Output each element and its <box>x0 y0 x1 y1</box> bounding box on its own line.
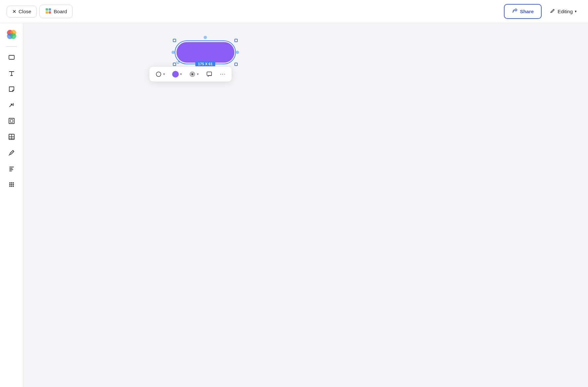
svg-rect-24 <box>207 72 212 76</box>
more-icon: ··· <box>220 71 226 78</box>
more-options-button[interactable]: ··· <box>217 69 229 80</box>
edge-handle-right[interactable] <box>236 51 239 54</box>
stroke-weight-icon <box>189 71 196 78</box>
share-label: Share <box>520 9 534 14</box>
handle-top-right[interactable] <box>234 39 238 42</box>
top-bar-right: Share Editing ▾ <box>504 4 581 19</box>
handle-bottom-right[interactable] <box>234 63 238 66</box>
svg-point-7 <box>10 33 16 39</box>
sidebar-tool-sticky[interactable] <box>4 82 19 96</box>
svg-rect-0 <box>46 8 48 11</box>
sidebar <box>0 23 23 387</box>
svg-point-16 <box>11 184 12 185</box>
stroke-weight-button[interactable]: ▾ <box>186 69 202 80</box>
svg-rect-1 <box>49 8 51 11</box>
svg-rect-8 <box>9 55 14 59</box>
shape-pill[interactable] <box>176 42 234 63</box>
top-bar: ✕ Close Board Share <box>0 0 588 23</box>
share-icon <box>512 8 518 15</box>
svg-rect-2 <box>46 11 48 14</box>
editing-label: Editing <box>558 9 573 14</box>
svg-point-13 <box>11 182 12 184</box>
fill-color-button[interactable]: ▾ <box>169 69 185 80</box>
svg-rect-10 <box>10 120 13 122</box>
svg-rect-9 <box>9 118 14 124</box>
svg-rect-3 <box>49 11 51 14</box>
board-icon <box>45 8 52 15</box>
handle-bottom-left[interactable] <box>173 63 176 66</box>
close-label: Close <box>19 9 31 14</box>
sidebar-tool-rectangle[interactable] <box>4 50 19 65</box>
svg-point-19 <box>11 186 12 187</box>
floating-toolbar: ▾ ▾ ▾ ··· <box>149 66 232 82</box>
sidebar-tool-arrow[interactable] <box>4 98 19 112</box>
canvas[interactable]: ↺ 175 X 61 ▾ ▾ ▾ <box>23 23 588 387</box>
stroke-weight-chevron: ▾ <box>197 72 199 76</box>
sidebar-divider-1 <box>6 46 17 47</box>
stroke-chevron: ▾ <box>163 72 165 76</box>
svg-point-20 <box>13 186 14 187</box>
top-bar-left: ✕ Close Board <box>7 5 73 18</box>
app-logo <box>6 28 18 40</box>
svg-point-12 <box>9 182 11 184</box>
svg-point-14 <box>13 182 14 184</box>
share-button[interactable]: Share <box>504 4 542 19</box>
fill-color-swatch <box>172 71 179 78</box>
sidebar-tool-frame[interactable] <box>4 114 19 128</box>
rotate-handle[interactable]: ↺ <box>176 60 180 65</box>
edge-handle-top[interactable] <box>204 36 207 39</box>
handle-top-left[interactable] <box>173 39 176 42</box>
svg-point-18 <box>9 186 11 187</box>
sidebar-tool-table[interactable] <box>4 130 19 144</box>
svg-point-21 <box>156 72 161 77</box>
svg-point-23 <box>191 73 193 75</box>
edge-handle-left[interactable] <box>172 51 175 54</box>
board-label: Board <box>54 9 67 14</box>
sidebar-tool-outline[interactable] <box>4 161 19 176</box>
comment-button[interactable] <box>203 69 216 80</box>
editing-icon <box>550 8 556 15</box>
sidebar-tool-apps[interactable] <box>4 177 19 192</box>
board-button[interactable]: Board <box>39 5 73 18</box>
svg-point-15 <box>9 184 11 185</box>
close-icon: ✕ <box>12 9 17 15</box>
close-button[interactable]: ✕ Close <box>7 6 37 18</box>
comment-icon <box>206 71 213 78</box>
sidebar-tool-text[interactable] <box>4 66 19 81</box>
editing-button[interactable]: Editing ▾ <box>545 5 581 18</box>
chevron-down-icon: ▾ <box>575 9 577 14</box>
sidebar-tool-pen[interactable] <box>4 145 19 160</box>
fill-chevron: ▾ <box>180 72 182 76</box>
svg-point-17 <box>13 184 14 185</box>
stroke-style-button[interactable]: ▾ <box>152 69 168 80</box>
stroke-icon <box>155 71 162 78</box>
